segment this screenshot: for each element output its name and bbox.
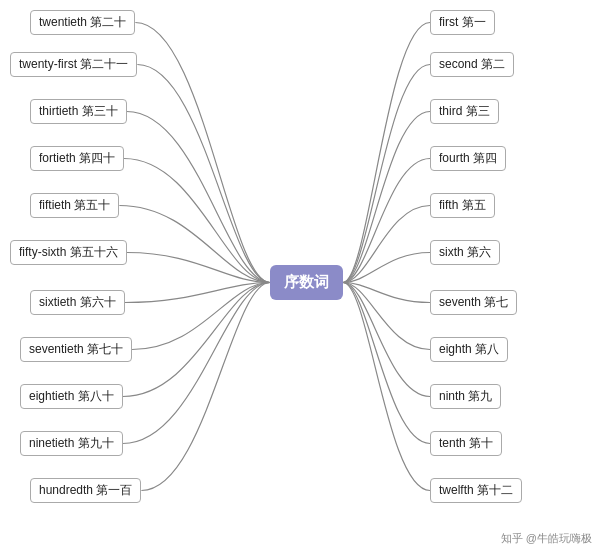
left-node-hundredth: hundredth 第一百 xyxy=(30,478,141,503)
left-node-thirtieth: thirtieth 第三十 xyxy=(30,99,127,124)
right-node-ninth: ninth 第九 xyxy=(430,384,501,409)
left-node-fiftieth: fiftieth 第五十 xyxy=(30,193,119,218)
watermark: 知乎 @牛皓玩嗨极 xyxy=(501,531,592,546)
center-node: 序数词 xyxy=(270,265,343,300)
left-node-seventieth: seventieth 第七十 xyxy=(20,337,132,362)
left-node-sixtieth: sixtieth 第六十 xyxy=(30,290,125,315)
right-node-seventh: seventh 第七 xyxy=(430,290,517,315)
right-node-twelfth: twelfth 第十二 xyxy=(430,478,522,503)
left-node-twentieth: twentieth 第二十 xyxy=(30,10,135,35)
right-node-third: third 第三 xyxy=(430,99,499,124)
right-node-fifth: fifth 第五 xyxy=(430,193,495,218)
right-node-first: first 第一 xyxy=(430,10,495,35)
right-node-tenth: tenth 第十 xyxy=(430,431,502,456)
right-node-second: second 第二 xyxy=(430,52,514,77)
right-node-fourth: fourth 第四 xyxy=(430,146,506,171)
left-node-eightieth: eightieth 第八十 xyxy=(20,384,123,409)
left-node-fortieth: fortieth 第四十 xyxy=(30,146,124,171)
left-node-twenty-first: twenty-first 第二十一 xyxy=(10,52,137,77)
left-node-ninetieth: ninetieth 第九十 xyxy=(20,431,123,456)
right-node-eighth: eighth 第八 xyxy=(430,337,508,362)
left-node-fifty-sixth: fifty-sixth 第五十六 xyxy=(10,240,127,265)
right-node-sixth: sixth 第六 xyxy=(430,240,500,265)
